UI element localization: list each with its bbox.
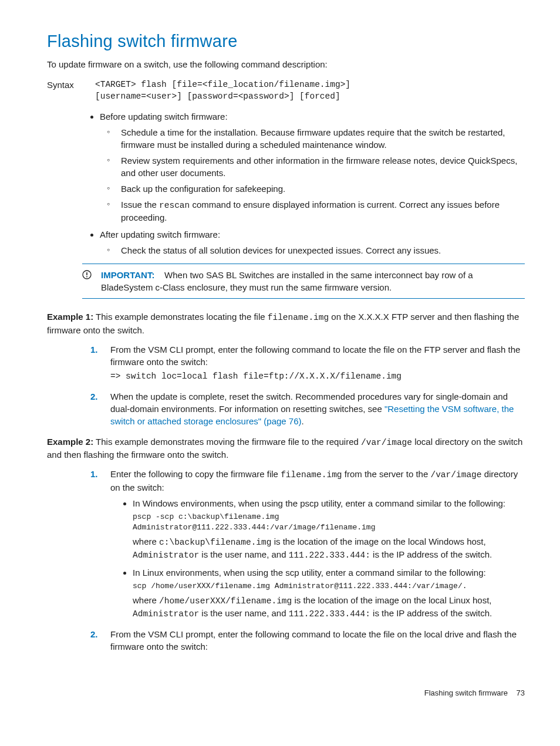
- code-inline: filename.img: [281, 470, 342, 480]
- text: where: [133, 595, 159, 605]
- code-inline: /home/userXXX/filename.img: [159, 596, 292, 606]
- example2-intro: Example 2: This example demonstrates mov…: [47, 436, 525, 461]
- list-item: When the update is complete, reset the s…: [89, 390, 525, 427]
- important-text: When two SAS BL Switches are installed i…: [101, 270, 473, 292]
- text: is the user name, and: [199, 549, 289, 559]
- important-label: IMPORTANT:: [101, 270, 154, 280]
- list-item: Check the status of all solution devices…: [106, 244, 525, 256]
- syntax-line: <TARGET> flash [file=<file_location/file…: [95, 79, 525, 90]
- text: is the location of the image on the loca…: [292, 595, 491, 605]
- list-item: Review system requirements and other inf…: [106, 154, 525, 179]
- text: is the user name, and: [199, 608, 289, 618]
- text: Enter the following to copy the firmware…: [110, 469, 281, 479]
- list-item-label: Before updating switch firmware:: [100, 112, 228, 121]
- list-item: In Linux environments, when using the sc…: [133, 566, 525, 620]
- list-item-label: After updating switch firmware:: [100, 229, 220, 239]
- code-inline: filename.img: [268, 313, 329, 322]
- important-icon: [82, 269, 101, 293]
- list-item: Enter the following to copy the firmware…: [89, 468, 525, 620]
- text: This example demonstrates moving the fir…: [93, 437, 361, 447]
- env-intro: In Linux environments, when using the sc…: [133, 566, 525, 579]
- code-inline: 111.222.333.444:: [289, 551, 370, 560]
- text: Issue the: [121, 200, 159, 210]
- list-item: From the VSM CLI prompt, enter the follo…: [89, 628, 525, 653]
- example-title: Example 2:: [47, 437, 93, 447]
- code-inline: Administrator: [133, 609, 199, 619]
- code-inline: c:\backup\filename.img: [159, 538, 271, 547]
- list-item: Back up the configuration for safekeepin…: [106, 183, 525, 195]
- syntax-line: [username=<user>] [password=<password>] …: [95, 90, 525, 102]
- list-item: In Windows environments, when using the …: [133, 497, 525, 562]
- env-intro: In Windows environments, when using the …: [133, 497, 525, 509]
- step-text: From the VSM CLI prompt, enter the follo…: [110, 629, 517, 652]
- page-heading: Flashing switch firmware: [47, 29, 525, 53]
- code-block: pscp -scp c:\backup\filename.img Adminis…: [133, 512, 525, 533]
- text: .: [302, 416, 304, 426]
- code-inline: 111.222.333.444:: [289, 609, 370, 619]
- example1-steps: From the VSM CLI prompt, enter the follo…: [89, 343, 525, 427]
- text: This example demonstrates locating the f…: [93, 312, 268, 322]
- text: is the location of the image on the loca…: [271, 536, 485, 546]
- code-block: scp /home/userXXX/filename.img Administr…: [133, 581, 525, 592]
- list-item: Schedule a time for the installation. Be…: [106, 126, 525, 151]
- inner-list: Check the status of all solution devices…: [106, 244, 525, 256]
- syntax-body: <TARGET> flash [file=<file_location/file…: [95, 79, 525, 103]
- outer-list: Before updating switch firmware: Schedul…: [89, 110, 525, 256]
- text: from the server to the: [342, 469, 431, 479]
- syntax-block: Syntax <TARGET> flash [file=<file_locati…: [47, 79, 525, 103]
- example1-intro: Example 1: This example demonstrates loc…: [47, 310, 525, 336]
- code-inline: rescan: [159, 201, 190, 210]
- code-inline: /var/image: [430, 470, 481, 480]
- svg-point-2: [86, 276, 87, 278]
- list-item: After updating switch firmware: Check th…: [100, 228, 525, 256]
- syntax-label: Syntax: [47, 79, 95, 103]
- important-admonition: IMPORTANT: When two SAS BL Switches are …: [82, 264, 525, 299]
- text: where: [133, 536, 159, 546]
- env-list: In Windows environments, when using the …: [122, 497, 525, 620]
- code-inline: /var/image: [361, 438, 412, 447]
- code-block: => switch loc=local flash file=ftp://X.X…: [110, 370, 525, 382]
- page-number: 73: [517, 688, 525, 697]
- example-title: Example 1:: [47, 312, 93, 322]
- list-item: Issue the rescan command to ensure displ…: [106, 198, 525, 224]
- text: is the IP address of the switch.: [370, 549, 492, 559]
- page-footer: Flashing switch firmware 73: [47, 688, 525, 698]
- footer-title: Flashing switch firmware: [424, 688, 508, 697]
- example2-steps: Enter the following to copy the firmware…: [89, 468, 525, 653]
- inner-list: Schedule a time for the installation. Be…: [106, 126, 525, 224]
- list-item: From the VSM CLI prompt, enter the follo…: [89, 343, 525, 382]
- step-text: From the VSM CLI prompt, enter the follo…: [110, 343, 525, 368]
- intro-paragraph: To update firmware on a switch, use the …: [47, 58, 525, 70]
- list-item: Before updating switch firmware: Schedul…: [100, 110, 525, 224]
- text: is the IP address of the switch.: [370, 608, 492, 618]
- code-inline: Administrator: [133, 551, 199, 560]
